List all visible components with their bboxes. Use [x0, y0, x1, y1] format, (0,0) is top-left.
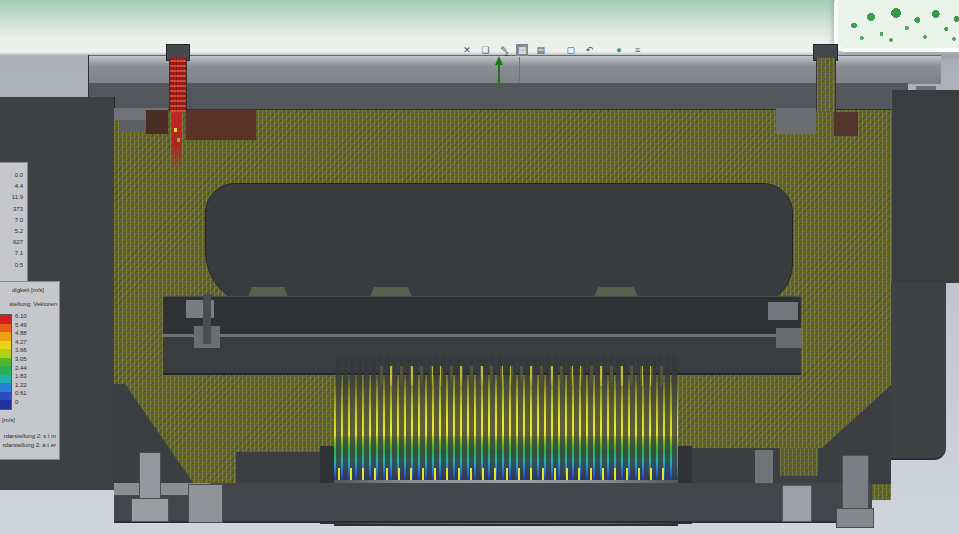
clamp-right	[776, 108, 816, 134]
legend-velocity: digkeit [m/s] stellung: Vektoren 6.10 5.…	[0, 281, 60, 460]
machine-leg-1-base	[131, 498, 169, 522]
seal-left-b	[186, 110, 256, 140]
legend-upper-value: 7.1	[12, 248, 23, 259]
base-band	[114, 483, 872, 523]
legend-upper-value: 373	[12, 204, 23, 215]
select-icon[interactable]: ✕	[461, 44, 473, 56]
colorbar-cell	[0, 341, 11, 350]
sketch-icon[interactable]: ❏	[479, 44, 491, 56]
machine-leg-5-base	[836, 508, 874, 528]
legend-upper-value: 0.5	[12, 260, 23, 271]
inlet-column-right	[816, 58, 836, 112]
flow-tongue-right	[780, 448, 818, 476]
plate-end-right-b	[776, 328, 802, 348]
colorbar-label: 0.61	[15, 389, 27, 398]
machine-leg-3	[755, 450, 773, 483]
colorbar-cell	[0, 400, 11, 409]
inlet-vectors-red	[169, 58, 187, 112]
colorbar-label: 6.10	[15, 312, 27, 321]
outlet-curtain-slats	[334, 356, 678, 484]
legend-upper-value: 11.9	[12, 192, 23, 203]
clipboard-icon[interactable]: ▤	[535, 44, 547, 56]
toolbar-separator	[553, 41, 558, 53]
legend-upper: 0.0 4.4 11.9 373 7.0 5.2 627 7.1 0.5	[0, 162, 28, 283]
legend-title: stellung: Vektoren	[9, 300, 57, 308]
section-view-icon[interactable]: ▦	[516, 44, 528, 56]
machine-right-wall-lower	[891, 283, 946, 460]
machine-leg-4	[782, 485, 812, 522]
colorbar-cell	[0, 392, 11, 401]
undo-icon[interactable]: ↶	[583, 44, 595, 56]
legend-upper-value: 4.4	[12, 181, 23, 192]
machine-right-wall-upper	[891, 90, 959, 283]
axis-arrow-stem	[498, 64, 500, 88]
machine-leg-5	[842, 455, 869, 510]
inner-cavity	[205, 183, 793, 306]
display-box-icon[interactable]: ▢	[565, 44, 577, 56]
jet-spark-a	[174, 128, 177, 132]
colorbar-cell	[0, 375, 11, 384]
colorbar-cell	[0, 358, 11, 367]
plate-end-right-a	[768, 302, 798, 320]
seal-left-a	[146, 110, 168, 134]
colorbar-cell	[0, 383, 11, 392]
legend-upper-value: 0.0	[12, 170, 23, 181]
options-icon[interactable]: ≡	[632, 44, 644, 56]
plate-seam-line	[519, 57, 520, 83]
colorbar	[0, 314, 12, 410]
colorbar-cell	[0, 366, 11, 375]
heads-up-toolbar: ✕ ❏ ✎ ▦ ▤ ▢ ↶ ● ≡	[460, 39, 645, 53]
colorbar-label: 2.44	[15, 364, 27, 373]
toolbar-separator	[602, 41, 607, 53]
colorbar-label: 1.83	[15, 372, 27, 381]
render-icon[interactable]: ●	[613, 44, 625, 56]
colorbar-label: 3.05	[15, 355, 27, 364]
colorbar-label: 0	[15, 398, 27, 407]
colorbar-cell	[0, 332, 11, 341]
legend-upper-value: 627	[12, 237, 23, 248]
machine-leg-2	[188, 484, 223, 523]
legend-upper-value: 5.2	[12, 226, 23, 237]
heater-plate-main	[163, 296, 801, 337]
colorbar-cell	[0, 324, 11, 333]
colorbar-label: 5.49	[15, 321, 27, 330]
colorbar-label: 4.88	[15, 329, 27, 338]
axis-label: z	[505, 50, 509, 57]
legend-upper-value: 7.0	[12, 215, 23, 226]
colorbar-label: 3.66	[15, 346, 27, 355]
jet-spark-b	[177, 138, 180, 142]
legend-footnote-1: rdarstellung 2: s t in	[0, 432, 56, 440]
plate-end-left-pin	[203, 294, 211, 344]
machine-leg-1	[139, 452, 161, 502]
particle-inset-card	[834, 0, 959, 52]
legend-footnote-2: rdarstellung 2: a t er	[0, 441, 56, 449]
colorbar-label: 1.22	[15, 381, 27, 390]
legend-unit-header: digkeit [m/s]	[12, 286, 44, 294]
colorbar-cell	[0, 349, 11, 358]
colorbar-label: 4.27	[15, 338, 27, 347]
seal-right	[834, 112, 858, 136]
legend-unit: e [m/s]	[0, 416, 15, 424]
colorbar-cell	[0, 315, 11, 324]
viewport-3d[interactable]: 0.0 4.4 11.9 373 7.0 5.2 627 7.1 0.5 dig…	[0, 0, 959, 534]
